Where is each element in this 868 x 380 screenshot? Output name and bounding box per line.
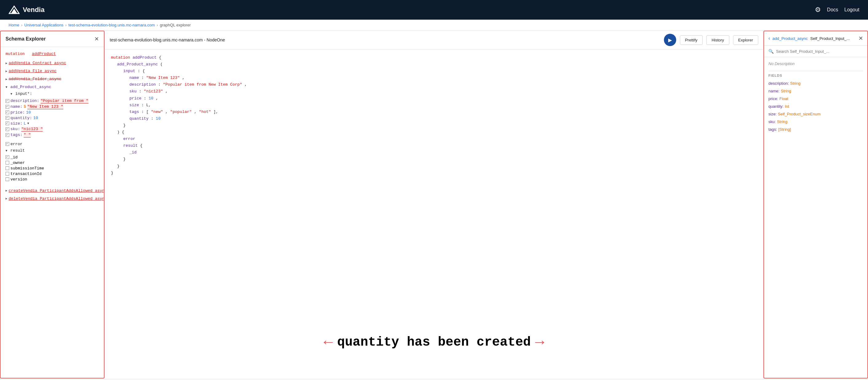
schema-item-create-participant[interactable]: ▶ createVendia_ParticipantAddsAllowed_as… xyxy=(5,187,99,194)
checkbox-transaction-id[interactable] xyxy=(5,172,9,176)
schema-item-contract[interactable]: ▶ addVendia_Contract_async xyxy=(5,60,99,67)
field-id: _id xyxy=(5,155,99,160)
settings-icon[interactable]: ⚙ xyxy=(815,6,821,14)
input-label: input*: xyxy=(16,92,32,96)
delete-participant-link[interactable]: deleteVendia_ParticipantAddsAllowed_asyn… xyxy=(9,196,104,202)
code-line-7: price : 10 , xyxy=(129,95,757,102)
docs-link[interactable]: Docs xyxy=(827,7,838,12)
info-field-size: size: Self_Product_sizeEnum xyxy=(768,112,863,116)
contract-link[interactable]: addVendia_Contract_async xyxy=(9,60,66,67)
schema-panel: Schema Explorer ✕ mutation addProduct ▶ … xyxy=(0,31,104,378)
info-body: No Description FIELDS description: Strin… xyxy=(764,57,867,378)
checkbox-submission-time[interactable] xyxy=(5,166,9,170)
size-key: size: xyxy=(10,121,23,126)
topnav: Vendia ⚙ Docs Logout xyxy=(0,0,868,20)
checkbox-sku[interactable] xyxy=(5,127,9,131)
transaction-id-label: transactionId xyxy=(10,172,41,176)
code-line-13: error xyxy=(123,136,757,142)
back-arrow-icon[interactable]: ‹ xyxy=(768,36,770,41)
breadcrumb-universal-apps[interactable]: Universal Applications xyxy=(24,23,63,27)
result-expand-icon: ▼ xyxy=(5,149,7,152)
editor-content[interactable]: mutation addProduct { add_Product_async … xyxy=(105,49,763,378)
checkbox-owner[interactable] xyxy=(5,161,9,165)
folder-link[interactable]: addVendia_Folder_async xyxy=(9,76,61,82)
quantity-value[interactable]: 10 xyxy=(33,116,38,120)
breadcrumb-sep1: › xyxy=(21,23,23,27)
info-field-tags-type: [String] xyxy=(778,127,791,132)
info-header: ‹ add_Product_async Self_Product_Input_.… xyxy=(764,31,867,46)
checkbox-tags[interactable] xyxy=(5,133,9,137)
info-close-button[interactable]: ✕ xyxy=(859,35,863,42)
dropdown-icon[interactable]: ▼ xyxy=(27,122,29,125)
schema-item-file[interactable]: ▶ addVendia_File_async xyxy=(5,68,99,75)
info-field-name-key: name: xyxy=(768,89,779,93)
file-link[interactable]: addVendia_File_async xyxy=(9,68,57,75)
schema-item-delete-participant[interactable]: ▶ deleteVendia_ParticipantAddsAllowed_as… xyxy=(5,196,99,202)
field-version: version xyxy=(5,177,99,182)
tags-key: tags: xyxy=(10,133,23,137)
annotation-overlay: ← quantity has been created → xyxy=(111,333,757,351)
breadcrumb-node[interactable]: test-schema-evolution-blog.unis.mc-namar… xyxy=(68,23,155,27)
input-section[interactable]: ▼ input*: xyxy=(10,91,99,97)
no-description: No Description xyxy=(768,61,863,66)
topnav-actions: ⚙ Docs Logout xyxy=(815,6,859,14)
breadcrumb-home[interactable]: Home xyxy=(9,23,19,27)
info-field-description-type: String xyxy=(790,81,800,85)
info-search-bar: 🔍 xyxy=(764,46,867,57)
code-line-9: tags : [ "new" , "popular" , "hot" ], xyxy=(129,109,757,115)
size-value[interactable]: L xyxy=(24,121,26,126)
info-panel: ‹ add_Product_async Self_Product_Input_.… xyxy=(764,31,868,378)
info-field-sku-key: sku: xyxy=(768,119,776,124)
info-field-price-key: price: xyxy=(768,96,778,101)
checkbox-size[interactable] xyxy=(5,122,9,125)
code-line-10: quantity : 10 xyxy=(129,115,757,122)
field-transaction-id: transactionId xyxy=(5,172,99,176)
checkbox-error[interactable] xyxy=(5,142,9,146)
id-label: _id xyxy=(10,155,18,160)
prettify-button[interactable]: Prettify xyxy=(680,35,703,45)
version-label: version xyxy=(10,177,27,182)
checkbox-id[interactable] xyxy=(5,155,9,159)
sku-value[interactable]: "nic123 " xyxy=(21,127,43,132)
code-line-2: add_Product_async ( xyxy=(117,61,757,68)
description-key: description: xyxy=(10,99,39,103)
schema-item-folder[interactable]: ▶ addVendia_Folder_async xyxy=(5,76,99,82)
error-label: error xyxy=(10,142,23,146)
name-value[interactable]: "New Item 123 " xyxy=(27,104,63,109)
editor-panel: test-schema-evolution-blog.unis.mc-namar… xyxy=(104,31,764,378)
breadcrumb-sep3: › xyxy=(157,23,158,27)
divider1 xyxy=(768,71,863,71)
search-input[interactable] xyxy=(776,49,863,54)
checkbox-quantity[interactable] xyxy=(5,116,9,120)
checkbox-price[interactable] xyxy=(5,110,9,114)
chevron-right-icon: ▶ xyxy=(5,77,7,82)
code-line-17: } xyxy=(117,163,757,170)
price-value[interactable]: 10 xyxy=(26,110,31,115)
info-back-label[interactable]: add_Product_async xyxy=(772,36,808,41)
info-field-price-type: Float xyxy=(779,96,788,101)
tags-value[interactable]: " " xyxy=(24,133,31,138)
description-value[interactable]: "Popular item from " xyxy=(40,99,89,103)
quantity-key: quantity: xyxy=(10,116,32,120)
sku-key: sku: xyxy=(10,127,20,131)
checkbox-name[interactable] xyxy=(5,105,9,109)
search-icon: 🔍 xyxy=(768,49,774,54)
checkbox-version[interactable] xyxy=(5,177,9,181)
info-field-price: price: Float xyxy=(768,96,863,101)
play-button[interactable]: ▶ xyxy=(664,34,676,46)
add-product-label: add_Product_async xyxy=(10,85,51,89)
chevron-right-icon2: ▶ xyxy=(5,188,7,194)
logout-link[interactable]: Logout xyxy=(844,7,859,12)
result-section[interactable]: ▼ result xyxy=(5,147,99,154)
checkbox-description[interactable] xyxy=(5,99,9,103)
explorer-button[interactable]: Explorer xyxy=(733,35,758,45)
code-line-5: description : "Popular item from New Ite… xyxy=(129,81,757,88)
history-button[interactable]: History xyxy=(706,35,729,45)
code-line-8: size : L, xyxy=(129,102,757,109)
breadcrumb-current: graphQL explorer xyxy=(160,23,191,27)
chevron-right-icon: ▶ xyxy=(5,61,7,66)
create-participant-link[interactable]: createVendia_ParticipantAddsAllowed_asyn… xyxy=(9,187,104,194)
schema-close-button[interactable]: ✕ xyxy=(94,36,99,42)
add-product-row[interactable]: ▼ add_Product_async xyxy=(5,84,99,91)
schema-title: Schema Explorer xyxy=(5,36,46,42)
